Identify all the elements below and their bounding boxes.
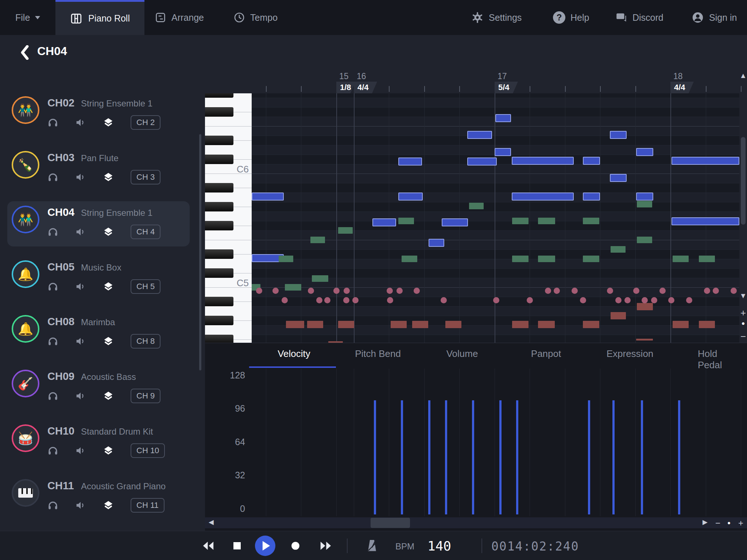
layers-icon[interactable] (103, 336, 114, 347)
sign-in-button[interactable]: Sign in (692, 0, 737, 35)
controls-tab-pitch-bend[interactable]: Pitch Bend (355, 348, 401, 359)
midi-note-other-track[interactable] (699, 321, 715, 328)
layers-icon[interactable] (103, 445, 114, 456)
drum-note[interactable] (668, 297, 674, 303)
track-item-ch11[interactable]: CH11Acoustic Grand PianoCH 11 (7, 475, 190, 520)
speaker-icon[interactable] (75, 117, 86, 128)
scroll-down-icon[interactable]: ▼ (739, 292, 747, 300)
midi-note-selected-track[interactable] (442, 218, 468, 226)
midi-note-selected-track[interactable] (398, 158, 422, 166)
discord-button[interactable]: Discord (615, 0, 663, 35)
layers-icon[interactable] (103, 172, 114, 183)
midi-note-other-track[interactable] (310, 237, 325, 243)
midi-note-other-track[interactable] (673, 256, 689, 262)
midi-note-selected-track[interactable] (429, 239, 444, 247)
speaker-icon[interactable] (75, 281, 86, 292)
vertical-scroll-thumb[interactable] (741, 137, 746, 225)
layers-icon[interactable] (103, 390, 114, 401)
piano-keyboard[interactable]: C6C5 (205, 93, 252, 343)
midi-note-other-track[interactable] (538, 218, 555, 224)
drum-note[interactable] (282, 297, 288, 303)
midi-note-selected-track[interactable] (610, 174, 627, 182)
drum-note[interactable] (343, 297, 349, 303)
black-key[interactable] (205, 155, 233, 164)
midi-note-other-track[interactable] (512, 256, 529, 262)
drum-note[interactable] (316, 297, 322, 303)
stop-button[interactable] (228, 536, 247, 555)
headphone-icon[interactable] (47, 390, 58, 401)
drum-note[interactable] (272, 288, 279, 294)
midi-note-other-track[interactable] (312, 275, 328, 282)
layers-icon[interactable] (103, 281, 114, 292)
velocity-bar[interactable] (374, 400, 376, 514)
midi-note-selected-track[interactable] (495, 114, 511, 122)
layers-icon[interactable] (103, 226, 114, 237)
headphone-icon[interactable] (47, 336, 58, 347)
speaker-icon[interactable] (75, 390, 86, 401)
drum-note[interactable] (572, 288, 578, 294)
controls-tab-expression[interactable]: Expression (607, 348, 654, 359)
midi-note-other-track[interactable] (583, 256, 599, 262)
time-signature-tab[interactable]: 1/8 (336, 82, 356, 93)
headphone-icon[interactable] (47, 500, 58, 511)
midi-note-other-track[interactable] (412, 321, 428, 328)
zoom-in-horizontal-icon[interactable]: + (738, 518, 743, 528)
midi-note-other-track[interactable] (445, 321, 461, 328)
track-item-ch04[interactable]: 👬CH04String Ensemble 1CH 4 (7, 201, 190, 246)
midi-note-other-track[interactable] (338, 227, 353, 234)
settings-button[interactable]: Settings (471, 0, 522, 35)
controls-tab-volume[interactable]: Volume (446, 348, 478, 359)
midi-note-selected-track[interactable] (671, 157, 739, 165)
black-key[interactable] (205, 136, 233, 145)
midi-note-other-track[interactable] (699, 256, 715, 262)
midi-note-other-track[interactable] (637, 201, 652, 207)
bpm-value[interactable]: 140 (427, 538, 451, 553)
midi-note-selected-track[interactable] (467, 131, 492, 139)
track-item-ch03[interactable]: 🍾CH03Pan FluteCH 3 (7, 147, 190, 192)
midi-note-other-track[interactable] (538, 256, 555, 262)
forward-button[interactable] (316, 536, 335, 555)
headphone-icon[interactable] (47, 281, 58, 292)
velocity-bar[interactable] (428, 400, 430, 514)
tab-tempo[interactable]: Tempo (233, 0, 278, 35)
midi-note-other-track[interactable] (673, 321, 689, 328)
record-button[interactable] (286, 536, 305, 555)
drum-note[interactable] (387, 297, 393, 303)
midi-note-other-track[interactable] (285, 284, 301, 291)
velocity-bar[interactable] (472, 400, 474, 514)
velocity-bar[interactable] (678, 400, 680, 514)
velocity-bar[interactable] (445, 400, 447, 514)
file-menu[interactable]: File (15, 0, 40, 35)
play-button[interactable] (255, 536, 275, 556)
black-key[interactable] (205, 107, 233, 117)
midi-note-other-track[interactable] (611, 312, 626, 319)
black-key[interactable] (205, 316, 233, 325)
midi-note-selected-track[interactable] (372, 218, 396, 226)
drum-note[interactable] (686, 297, 692, 303)
midi-note-other-track[interactable] (636, 339, 653, 341)
track-list-scrollbar[interactable] (199, 134, 201, 370)
midi-note-selected-track[interactable] (467, 158, 497, 166)
help-button[interactable]: ? Help (553, 0, 589, 35)
drum-note[interactable] (642, 297, 648, 303)
midi-note-other-track[interactable] (637, 237, 652, 243)
velocity-bar[interactable] (401, 400, 403, 514)
midi-note-selected-track[interactable] (583, 192, 600, 201)
midi-note-selected-track[interactable] (495, 148, 511, 156)
note-grid[interactable] (252, 93, 739, 343)
midi-note-other-track[interactable] (398, 218, 414, 224)
speaker-icon[interactable] (75, 445, 86, 456)
midi-note-other-track[interactable] (402, 256, 417, 262)
back-button[interactable] (20, 45, 30, 60)
black-key[interactable] (205, 268, 233, 278)
drum-note[interactable] (713, 288, 719, 294)
drum-note[interactable] (580, 297, 586, 303)
black-key[interactable] (205, 249, 233, 259)
drum-note[interactable] (527, 297, 533, 303)
velocity-bar[interactable] (641, 400, 643, 514)
layers-icon[interactable] (103, 117, 114, 128)
controls-tab-hold-pedal[interactable]: Hold Pedal (698, 348, 731, 371)
time-signature-tab[interactable]: 5/4 (495, 82, 518, 93)
zoom-reset-vertical-icon[interactable]: ● (739, 320, 747, 327)
drum-note[interactable] (352, 297, 359, 303)
